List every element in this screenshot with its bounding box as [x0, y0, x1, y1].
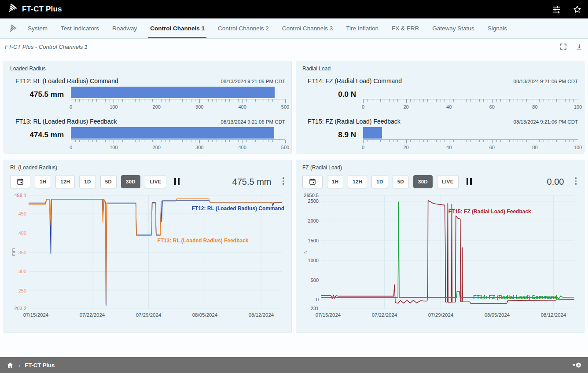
gauge-tick-label: 100 [110, 145, 118, 150]
calendar-icon[interactable] [10, 175, 30, 188]
gauge-tick-label: 20 [403, 145, 408, 150]
gauge-tick-label: 40 [446, 145, 452, 150]
tab-fx-err[interactable]: FX & ERR [385, 18, 426, 38]
gauge-tick-label: 500 [281, 145, 289, 150]
footer-bar: › FT-CT Plus [0, 357, 588, 373]
gauge-track: 020406080100 [363, 127, 578, 153]
gauge-label: FT13: RL (Loaded Radius) Feedback [15, 118, 117, 125]
svg-text:450: 450 [18, 211, 26, 216]
svg-text:1000: 1000 [308, 258, 319, 263]
tab-control-channels-1[interactable]: Control Channels 1 [143, 18, 211, 38]
range-button-live[interactable]: LIVE [145, 175, 166, 188]
gauge-tick-label: 0 [70, 145, 72, 150]
range-button-5d[interactable]: 5D [100, 175, 117, 188]
svg-text:500: 500 [311, 278, 319, 283]
gauge-tick-label: 0 [362, 145, 364, 150]
gauge-tick-label: 40 [446, 104, 452, 110]
pause-icon[interactable] [465, 176, 474, 187]
tab-tire-inflation[interactable]: Tire Inflation [339, 18, 385, 38]
svg-text:2000: 2000 [308, 218, 319, 223]
gauge-ft15: FT15: FZ (Radial Load) Feedback 08/13/20… [302, 118, 578, 153]
quick-send-icon[interactable] [572, 361, 582, 369]
kebab-menu-icon[interactable] [574, 176, 578, 186]
gauge-track: 0100200300400500 [71, 87, 285, 112]
gauge-tick-label: 0 [70, 104, 72, 110]
gauge-value: 475.5 mm [10, 90, 66, 109]
fz-chart-plot[interactable]: 050010001500200025002650.5-23107/15/2024… [302, 191, 577, 322]
gauge-tick-label: 80 [532, 104, 537, 110]
gauge-label: FT14: FZ (Radial Load) Command [308, 77, 402, 84]
tab-test-indicators[interactable]: Test Indicators [54, 18, 106, 38]
breadcrumb-row: FT-CT Plus - Control Channels 1 [0, 39, 588, 55]
gauge-tick-label: 100 [110, 104, 118, 110]
range-button-5d[interactable]: 5D [393, 175, 409, 188]
gauge-bar-fill [71, 127, 274, 139]
svg-text:08/05/2024: 08/05/2024 [192, 312, 218, 318]
gauge-timestamp: 08/13/2024 9:21:06 PM CDT [514, 119, 578, 124]
fz-chart-toolbar: 1H12H1D5D30DLIVE 0.00 [302, 175, 578, 188]
gauge-label: FT12: RL (Loaded Radius) Command [15, 77, 118, 84]
svg-text:07/15/2024: 07/15/2024 [23, 312, 49, 318]
fullscreen-icon[interactable] [559, 43, 567, 51]
gauge-ft12: FT12: RL (Loaded Radius) Command 08/13/2… [10, 77, 285, 112]
app-title: FT-CT Plus [22, 5, 62, 14]
gauge-value: 8.9 N [302, 131, 359, 149]
home-icon[interactable] [6, 361, 14, 369]
gauge-axis: 020406080100 [363, 99, 578, 112]
gauge-track: 0100200300400500 [71, 127, 285, 153]
gauge-track: 020406080100 [363, 87, 578, 112]
tab-control-channels-3[interactable]: Control Channels 3 [276, 18, 340, 38]
range-button-live[interactable]: LIVE [437, 175, 459, 188]
svg-text:07/15/2024: 07/15/2024 [316, 312, 341, 318]
panel-radial-load: Radial Load FT14: FZ (Radial Load) Comma… [296, 61, 584, 154]
svg-text:N: N [303, 250, 308, 254]
svg-text:07/22/2024: 07/22/2024 [372, 312, 397, 318]
pause-icon[interactable] [173, 176, 181, 187]
gauge-timestamp: 08/13/2024 9:21:06 PM CDT [221, 79, 285, 84]
gauge-tick-label: 20 [403, 104, 408, 110]
gauge-tick-label: 200 [153, 104, 161, 110]
rl-chart-toolbar: 1H12H1D5D30DLIVE 475.5 mm [10, 175, 285, 188]
gauge-timestamp: 08/13/2024 9:21:06 PM CDT [221, 119, 285, 124]
tab-bar-items: SystemTest IndicatorsRoadwayControl Chan… [21, 18, 514, 38]
range-button-1h[interactable]: 1H [327, 175, 343, 188]
svg-text:mm: mm [11, 248, 16, 256]
range-button-12h[interactable]: 12H [348, 175, 367, 188]
chevron-right-icon: › [18, 362, 20, 369]
app-logo-icon [6, 3, 18, 16]
gauge-bar-fill [363, 127, 382, 139]
panel-loaded-radius: Loaded Radius FT12: RL (Loaded Radius) C… [4, 61, 292, 154]
calendar-icon[interactable] [302, 175, 323, 188]
tab-signals[interactable]: Signals [481, 18, 514, 38]
svg-text:1500: 1500 [308, 238, 319, 243]
svg-text:400: 400 [18, 230, 26, 236]
gauge-tick-label: 60 [489, 104, 495, 110]
svg-text:203.2: 203.2 [14, 306, 26, 311]
tab-roadway[interactable]: Roadway [106, 18, 143, 38]
tab-bar: SystemTest IndicatorsRoadwayControl Chan… [0, 18, 588, 39]
range-button-30d[interactable]: 30D [413, 175, 433, 188]
range-button-12h[interactable]: 12H [55, 175, 75, 188]
range-button-30d[interactable]: 30D [121, 175, 140, 188]
svg-text:2500: 2500 [308, 198, 319, 204]
download-icon[interactable] [575, 43, 583, 51]
panel-rl-chart: RL (Loaded Radius) 1H12H1D5D30DLIVE 475.… [4, 160, 292, 333]
tab-control-channels-2[interactable]: Control Channels 2 [211, 18, 276, 38]
gauge-bar-fill [71, 87, 275, 98]
settings-tune-icon[interactable] [552, 5, 561, 14]
range-button-1d[interactable]: 1D [79, 175, 96, 188]
gauge-tick-label: 300 [195, 145, 203, 150]
series-annotation: FT14: FZ (Radial Load) Command [473, 294, 557, 300]
tab-system[interactable]: System [21, 18, 54, 38]
chart-current-value: 0.00 [547, 177, 564, 187]
chart-current-value: 475.5 mm [232, 177, 272, 187]
footer-home-link[interactable]: FT-CT Plus [25, 362, 55, 369]
range-button-1h[interactable]: 1H [35, 175, 51, 188]
kebab-menu-icon[interactable] [281, 176, 286, 186]
range-buttons: 1H12H1D5D30DLIVE [35, 175, 166, 188]
range-button-1d[interactable]: 1D [371, 175, 388, 188]
tab-gateway-status[interactable]: Gateway Status [426, 18, 481, 38]
star-favorite-icon[interactable] [573, 5, 582, 14]
panel-title: RL (Loaded Radius) [10, 165, 285, 171]
gauge-tick-label: 0 [362, 104, 364, 110]
